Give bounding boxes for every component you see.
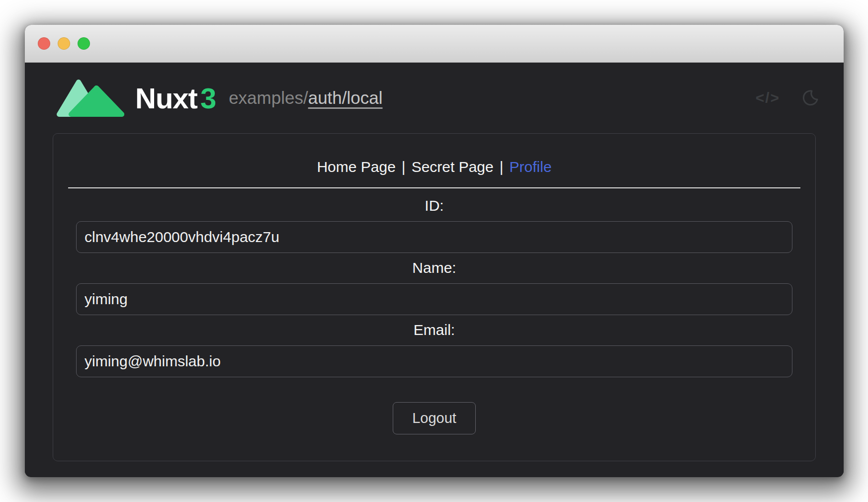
nav-separator: | (402, 159, 406, 175)
minimize-button[interactable] (58, 37, 70, 50)
nav-link-profile[interactable]: Profile (510, 159, 552, 175)
app-header: Nuxt3 examples/auth/local </> (25, 63, 844, 133)
page-nav: Home Page|Secret Page|Profile (68, 159, 800, 175)
window-titlebar[interactable] (25, 25, 844, 63)
id-input[interactable] (76, 221, 792, 253)
nav-link-secret[interactable]: Secret Page (412, 159, 494, 175)
nav-separator: | (500, 159, 504, 175)
brand-version: 3 (200, 82, 216, 114)
nav-link-home[interactable]: Home Page (317, 159, 395, 175)
breadcrumb: examples/auth/local (229, 88, 382, 108)
page-content: Nuxt3 examples/auth/local </> Home Page|… (25, 63, 844, 477)
email-label: Email: (76, 322, 792, 338)
name-label: Name: (76, 259, 792, 276)
brand-wordmark: Nuxt3 (135, 82, 216, 115)
logout-button[interactable]: Logout (393, 402, 476, 434)
name-input[interactable] (76, 283, 792, 315)
nav-divider (68, 187, 800, 188)
id-label: ID: (76, 197, 792, 214)
browser-window: Nuxt3 examples/auth/local </> Home Page|… (25, 25, 844, 477)
profile-card: Home Page|Secret Page|Profile ID: Name: … (53, 133, 816, 461)
profile-form: ID: Name: Email: Logout (68, 197, 800, 434)
zoom-button[interactable] (78, 37, 90, 50)
source-code-icon[interactable]: </> (756, 89, 780, 106)
email-input[interactable] (76, 345, 792, 377)
dark-mode-moon-icon[interactable] (801, 89, 819, 107)
screenshot-stage: Nuxt3 examples/auth/local </> Home Page|… (0, 0, 868, 502)
brand-name: Nuxt (135, 82, 197, 114)
header-icons: </> (756, 89, 819, 107)
close-button[interactable] (38, 37, 50, 50)
breadcrumb-current-link[interactable]: auth/local (308, 88, 383, 107)
button-row: Logout (76, 402, 792, 434)
nuxt-logo-icon (55, 79, 124, 117)
breadcrumb-prefix: examples/ (229, 88, 308, 107)
